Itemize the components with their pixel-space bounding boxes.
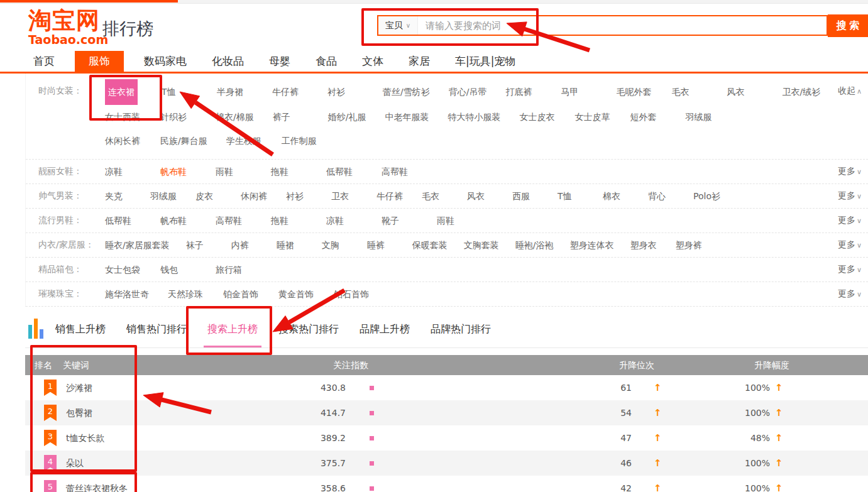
category-item[interactable]: 低帮鞋: [326, 160, 363, 183]
category-item[interactable]: 休闲裤: [241, 185, 270, 208]
category-item[interactable]: T恤: [162, 80, 198, 104]
category-item[interactable]: 女士包袋: [105, 258, 141, 282]
category-item[interactable]: 衬衫: [286, 185, 315, 208]
category-item[interactable]: 夹克: [105, 185, 134, 208]
category-item[interactable]: 女士皮衣: [519, 106, 556, 129]
category-item[interactable]: 休闲长裤: [105, 129, 141, 153]
category-item[interactable]: 牛仔裤: [272, 80, 309, 104]
category-item[interactable]: 雨鞋: [216, 160, 252, 183]
category-item[interactable]: 羽绒服: [150, 185, 179, 208]
nav-tab[interactable]: 首页: [28, 51, 60, 72]
category-item[interactable]: 牛仔裤: [376, 185, 405, 208]
more-link[interactable]: 更多∨: [838, 258, 862, 282]
category-item[interactable]: 卫衣/绒衫: [782, 80, 820, 104]
category-item[interactable]: 女士西装: [105, 106, 141, 129]
category-item[interactable]: 凉鞋: [105, 160, 141, 183]
category-item[interactable]: 塑身连体衣: [569, 234, 613, 257]
category-item[interactable]: 低帮鞋: [105, 209, 141, 232]
category-item[interactable]: 黄金首饰: [278, 283, 315, 306]
category-item[interactable]: 袜子: [186, 234, 215, 257]
category-item[interactable]: 羽绒服: [685, 106, 722, 129]
nav-tab[interactable]: 车|玩具|宠物: [450, 51, 520, 72]
category-item[interactable]: 工作制服: [282, 129, 318, 153]
ranking-tab-active[interactable]: 搜索上升榜: [207, 323, 258, 346]
category-item[interactable]: 女士皮草: [574, 106, 611, 129]
category-item[interactable]: 风衣: [727, 80, 763, 104]
category-item[interactable]: 睡裙: [277, 234, 305, 257]
category-item[interactable]: 短外套: [630, 106, 666, 129]
category-item[interactable]: 背心: [648, 185, 677, 208]
category-item[interactable]: 衬衫: [327, 80, 364, 104]
category-item[interactable]: 内裤: [231, 234, 260, 257]
keyword-link[interactable]: 包臀裙: [66, 400, 92, 425]
keyword-link[interactable]: 沙滩裙: [66, 375, 92, 400]
category-item[interactable]: 拖鞋: [271, 160, 307, 183]
table-row[interactable]: 3t恤女长款389.247↑48%↑: [25, 425, 868, 451]
category-item[interactable]: 学生校服: [226, 129, 263, 153]
category-item[interactable]: 卫衣: [331, 185, 360, 208]
table-row[interactable]: 4朵以375.746↑100%↑: [25, 451, 868, 476]
category-item[interactable]: 睡袍/浴袍: [515, 234, 554, 257]
category-item[interactable]: 文胸套装: [464, 234, 499, 257]
category-item[interactable]: 毛呢外套: [616, 80, 652, 104]
category-item[interactable]: 民族/舞台服: [160, 129, 207, 153]
ranking-tab[interactable]: 品牌热门排行: [431, 323, 491, 346]
category-item[interactable]: 打底裤: [505, 80, 542, 104]
category-item[interactable]: 塑身衣: [630, 234, 659, 257]
search-button[interactable]: 搜 索: [828, 14, 868, 37]
category-item[interactable]: 背心/吊带: [449, 80, 487, 104]
ranking-tab[interactable]: 搜索热门排行: [278, 323, 339, 346]
category-item[interactable]: 中老年服装: [385, 106, 429, 129]
category-item[interactable]: 凉鞋: [326, 209, 363, 232]
table-row[interactable]: 2包臀裙414.754↑100%↑: [25, 400, 868, 425]
nav-tab[interactable]: 文体: [357, 51, 388, 72]
category-item[interactable]: 天然珍珠: [168, 283, 204, 306]
category-item[interactable]: 连衣裙: [105, 79, 138, 105]
nav-tab[interactable]: 食品: [310, 51, 342, 72]
keyword-link[interactable]: t恤女长款: [66, 425, 105, 451]
category-item[interactable]: 睡衣/家居服套装: [105, 234, 170, 257]
search-input[interactable]: [418, 16, 827, 35]
nav-tab[interactable]: 化妆品: [207, 51, 249, 72]
more-link[interactable]: 更多∨: [838, 233, 862, 257]
category-item[interactable]: 拖鞋: [271, 209, 307, 232]
category-item[interactable]: 毛衣: [671, 80, 708, 104]
category-item[interactable]: 毛衣: [422, 185, 451, 208]
taobao-logo[interactable]: 淘宝网 Taobao.com: [28, 9, 108, 46]
category-item[interactable]: 保暖套装: [412, 234, 448, 257]
collapse-link[interactable]: 收起∧: [838, 79, 862, 103]
more-link[interactable]: 更多∨: [838, 282, 862, 306]
category-item[interactable]: 高帮鞋: [382, 160, 418, 183]
ranking-tab[interactable]: 品牌上升榜: [360, 323, 410, 346]
category-item[interactable]: 雨鞋: [437, 209, 473, 232]
category-item[interactable]: 婚纱/礼服: [328, 106, 366, 129]
category-item[interactable]: 睡裤: [367, 234, 396, 257]
category-item[interactable]: 帆布鞋: [160, 209, 197, 232]
more-link[interactable]: 更多∨: [838, 209, 862, 232]
category-item[interactable]: 棉衣/棉服: [216, 106, 254, 129]
table-row[interactable]: 1沙滩裙430.861↑100%↑: [25, 375, 868, 400]
category-item[interactable]: 帆布鞋: [160, 160, 197, 183]
category-item[interactable]: 西服: [512, 185, 541, 208]
category-item[interactable]: 高帮鞋: [216, 209, 252, 232]
category-item[interactable]: 钱包: [160, 258, 197, 282]
category-item[interactable]: 半身裙: [217, 80, 253, 104]
category-item[interactable]: Polo衫: [693, 185, 722, 208]
category-item[interactable]: T恤: [558, 185, 586, 208]
category-item[interactable]: 蕾丝/雪纺衫: [383, 80, 430, 104]
keyword-link[interactable]: 朵以: [66, 451, 84, 476]
nav-tab[interactable]: 数码家电: [139, 51, 192, 72]
category-item[interactable]: 棉衣: [603, 185, 632, 208]
category-item[interactable]: 针织衫: [160, 106, 197, 129]
category-item[interactable]: 钻石首饰: [334, 283, 370, 306]
nav-tab[interactable]: 家居: [404, 51, 435, 72]
table-row[interactable]: 5蕾丝连衣裙秋冬358.642↑100%↑: [25, 476, 868, 492]
search-category-dropdown[interactable]: 宝贝 ∨: [378, 16, 418, 35]
more-link[interactable]: 更多∨: [838, 184, 862, 208]
category-item[interactable]: 裤子: [273, 106, 309, 129]
category-item[interactable]: 靴子: [382, 209, 418, 232]
category-item[interactable]: 文胸: [322, 234, 351, 257]
category-item[interactable]: 铂金首饰: [223, 283, 260, 306]
ranking-tab[interactable]: 销售热门排行: [126, 323, 187, 346]
category-item[interactable]: 马甲: [561, 80, 597, 104]
